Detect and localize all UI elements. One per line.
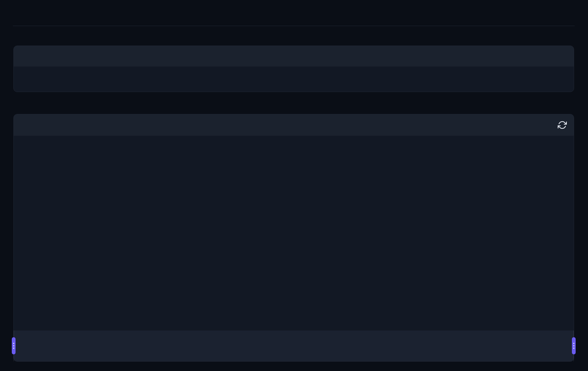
gantt-chart [34, 136, 554, 315]
refresh-button[interactable] [557, 120, 567, 130]
timeline-header [14, 114, 574, 136]
refresh-icon [558, 120, 567, 130]
progress-square-grid [14, 67, 574, 74]
timeline-minimap-brush[interactable] [14, 330, 574, 361]
optimization-progress-header [14, 46, 574, 67]
time-axis [34, 315, 554, 328]
brush-handle-right[interactable] [572, 337, 576, 354]
optimization-progress-card [13, 46, 574, 92]
timeline-card [13, 114, 574, 362]
brush-handle-left[interactable] [12, 337, 16, 354]
minimap-area-chart [14, 334, 574, 361]
top-tab-bar [13, 0, 575, 26]
